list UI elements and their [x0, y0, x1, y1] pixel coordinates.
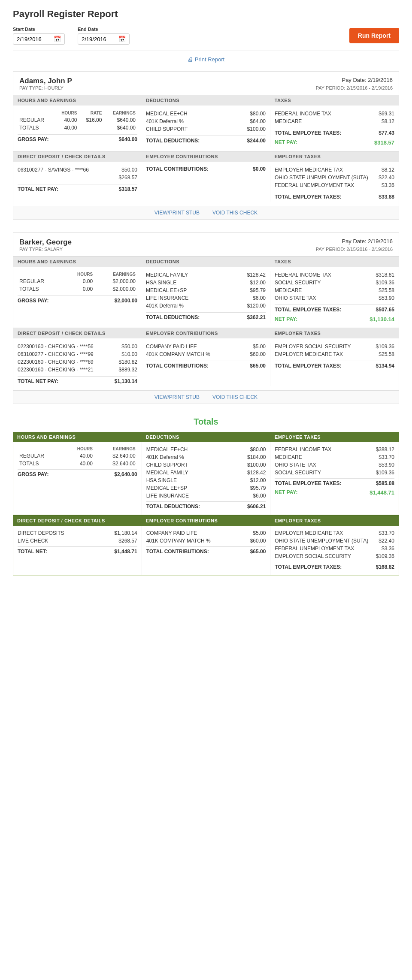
list-item: COMPANY PAID LIFE$5.00	[146, 529, 266, 537]
start-date-calendar-icon[interactable]: 📅	[54, 36, 61, 42]
gross-pay-label: GROSS PAY:	[18, 136, 48, 142]
list-item: 022300160 - CHECKING - ****21$889.32	[18, 366, 137, 374]
list-item: MEDICAL EE+CH$80.00	[146, 446, 266, 453]
deductions-total-row: TOTAL DEDUCTIONS: $244.00	[146, 136, 266, 145]
emp-barker-contrib-col: COMPANY PAID LIFE$5.00 401K COMPANY MATC…	[142, 343, 270, 386]
totals-contrib-total-row: TOTAL CONTRIBUTIONS: $65.00	[146, 546, 266, 556]
table-row: TOTALS 40.00 $2,640.00	[18, 460, 137, 467]
view-print-stub-link[interactable]: VIEW/PRINT STUB	[154, 394, 200, 400]
emp-barker-pay-period: PAY PERIOD: 2/15/2016 - 2/19/2016	[316, 247, 393, 252]
employee-taxes-total-row: TOTAL EMPLOYEE TAXES: $507.65	[275, 305, 394, 314]
emp-barker-name: Barker, George	[19, 238, 72, 247]
table-row: REGULAR 40.00 $16.00 $640.00	[18, 116, 137, 124]
list-item: SOCIAL SECURITY$109.36	[275, 469, 394, 476]
total-net-label: TOTAL NET PAY:	[18, 186, 58, 192]
emp-adams-pay-type: PAY TYPE: HOURLY	[19, 85, 64, 90]
totals-hours-header: HOURS AND EARNINGS	[13, 432, 142, 442]
deductions-total-label: TOTAL DEDUCTIONS:	[146, 314, 200, 320]
view-print-stub-link[interactable]: VIEW/PRINT STUB	[154, 210, 200, 216]
list-item: MEDICAL EE+CH$80.00	[146, 110, 266, 118]
emp-taxes-total-label: TOTAL EMPLOYER TAXES:	[275, 194, 342, 200]
deductions-header: DEDUCTIONS	[142, 95, 270, 106]
row-type: TOTALS	[18, 124, 54, 132]
gross-pay-label: GROSS PAY:	[18, 298, 48, 304]
list-item: 401K COMPANY MATCH %$60.00	[146, 537, 266, 545]
void-check-link[interactable]: VOID THIS CHECK	[212, 210, 258, 216]
emp-barker-taxes-col: FEDERAL INCOME TAX$318.81 SOCIAL SECURIT…	[270, 271, 399, 323]
print-report-link[interactable]: 🖨Print Report	[188, 56, 224, 63]
totals-contrib-header: EMPLOYER CONTRIBUTIONS	[142, 516, 270, 526]
total-net-pay-row: TOTAL NET PAY: $318.57	[18, 184, 137, 194]
list-item: MEDICAL EE+SP$95.79	[146, 286, 266, 294]
end-date-input[interactable]	[82, 36, 116, 42]
emp-adams-subheader: PAY TYPE: HOURLY PAY PERIOD: 2/15/2016 -…	[13, 85, 399, 95]
total-net-value: $318.57	[119, 186, 137, 192]
emp-barker-pay-type: PAY TYPE: SALARY	[19, 247, 63, 252]
list-item: MEDICARE$33.70	[275, 453, 394, 461]
gross-pay-row: GROSS PAY: $640.00	[18, 134, 137, 144]
totals-emp-taxes-total-row: TOTAL EMPLOYER TAXES: $168.82	[275, 562, 394, 572]
totals-net-pay-row: NET PAY: $1,448.71	[275, 488, 394, 497]
net-pay-value: $1,130.14	[370, 316, 394, 323]
list-item: $268.57	[18, 174, 137, 181]
emp-barker-content: HOURS EARNINGS REGULAR 0.00 $2,000.00 TO…	[13, 267, 399, 328]
emp-barker-dd-content: 022300160 - CHECKING - ****56$50.00 0631…	[13, 338, 399, 390]
totals-deductions-col: MEDICAL EE+CH$80.00 401K Deferral %$184.…	[142, 442, 270, 515]
emp-taxes-total-label: TOTAL EMPLOYER TAXES:	[275, 363, 342, 369]
emp-contrib-header: EMPLOYER CONTRIBUTIONS	[142, 328, 270, 338]
emp-adams-dd-col: 063100277 - SAVINGS - ****66$50.00 $268.…	[13, 166, 142, 202]
total-net-label: TOTAL NET PAY:	[18, 378, 58, 384]
emp-adams-content: HOURS RATE EARNINGS REGULAR 40.00 $16.00…	[13, 106, 399, 151]
totals-gross-row: GROSS PAY: $2,640.00	[18, 469, 137, 479]
row-rate: $16.00	[79, 116, 103, 124]
net-pay-row: NET PAY: $1,130.14	[275, 315, 394, 323]
end-date-input-wrap[interactable]: 📅	[78, 33, 130, 45]
employee-card-adams: Adams, John P Pay Date: 2/19/2016 PAY TY…	[13, 71, 399, 220]
date-filter-row: Start Date 📅 End Date 📅 Run Report	[13, 27, 399, 45]
emp-barker-dd-col: 022300160 - CHECKING - ****56$50.00 0631…	[13, 343, 142, 386]
total-emp-taxes-value: $507.65	[376, 307, 394, 313]
list-item: EMPLOYER SOCIAL SECURITY$109.36	[275, 552, 394, 560]
emp-adams-dd-section-headers: DIRECT DEPOSIT / CHECK DETAILS EMPLOYER …	[13, 151, 399, 162]
list-item: HSA SINGLE$12.00	[146, 476, 266, 484]
col-hours: HOURS	[64, 271, 94, 277]
emp-barker-hours-col: HOURS EARNINGS REGULAR 0.00 $2,000.00 TO…	[13, 271, 142, 323]
row-hours: 40.00	[54, 116, 79, 124]
start-date-input[interactable]	[17, 36, 51, 42]
total-emp-taxes-label: TOTAL EMPLOYEE TAXES:	[275, 130, 341, 136]
net-pay-value: $318.57	[374, 139, 394, 146]
list-item: EMPLOYER MEDICARE TAX$25.58	[275, 350, 394, 358]
list-item: LIFE INSURANCE$6.00	[146, 492, 266, 500]
col-earnings: EARNINGS	[103, 110, 137, 116]
run-report-button[interactable]: Run Report	[349, 28, 399, 43]
deductions-total-value: $362.21	[247, 314, 266, 320]
start-date-input-wrap[interactable]: 📅	[13, 33, 65, 45]
totals-emp-taxes-bottom-col: EMPLOYER MEDICARE TAX$33.70 OHIO STATE U…	[270, 526, 399, 575]
totals-dd-col: DIRECT DEPOSITS$1,180.14 LIVE CHECK$268.…	[13, 526, 142, 575]
list-item: 401K Deferral %$184.00	[146, 453, 266, 461]
void-check-link[interactable]: VOID THIS CHECK	[212, 394, 258, 400]
emp-adams-header: Adams, John P Pay Date: 2/19/2016	[13, 72, 399, 85]
list-item: DIRECT DEPOSITS$1,180.14	[18, 529, 137, 537]
emp-taxes-total-row: TOTAL EMPLOYEE TAXES: $585.08	[275, 478, 394, 488]
deductions-header: DEDUCTIONS	[142, 256, 270, 267]
list-item: LIFE INSURANCE$6.00	[146, 294, 266, 302]
list-item: MEDICARE$8.12	[275, 118, 394, 125]
list-item: MEDICARE$25.58	[275, 286, 394, 294]
hours-table: HOURS RATE EARNINGS REGULAR 40.00 $16.00…	[18, 110, 137, 132]
list-item: MEDICAL EE+SP$95.79	[146, 484, 266, 492]
emp-adams-footer: VIEW/PRINT STUB VOID THIS CHECK	[13, 206, 399, 219]
end-date-calendar-icon[interactable]: 📅	[118, 36, 126, 42]
list-item: MEDICAL FAMILY$128.42	[146, 271, 266, 279]
totals-dd-header: DIRECT DEPOSIT / CHECK DETAILS	[13, 516, 142, 526]
totals-bottom-headers: DIRECT DEPOSIT / CHECK DETAILS EMPLOYER …	[13, 515, 399, 526]
list-item: OHIO STATE UNEMPLOYMENT (SUTA)$22.40	[275, 174, 394, 181]
employee-card-barker: Barker, George Pay Date: 2/19/2016 PAY T…	[13, 232, 399, 404]
emp-adams-dd-content: 063100277 - SAVINGS - ****66$50.00 $268.…	[13, 162, 399, 206]
totals-deductions-header: DEDUCTIONS	[142, 432, 270, 442]
start-date-label: Start Date	[13, 27, 65, 32]
emp-adams-pay-period: PAY PERIOD: 2/15/2016 - 2/19/2016	[316, 85, 393, 90]
printer-icon: 🖨	[188, 56, 193, 63]
total-emp-taxes-value: $77.43	[379, 130, 394, 136]
taxes-header: TAXES	[270, 95, 399, 106]
